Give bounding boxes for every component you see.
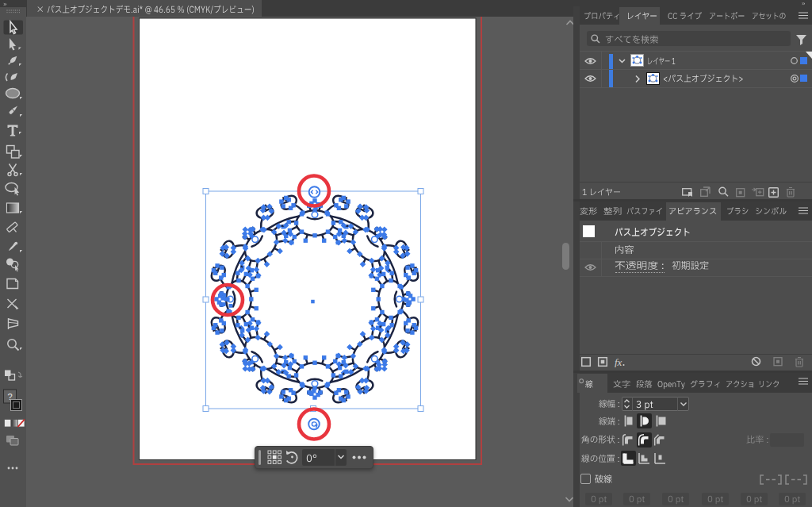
svg-text:fx: fx [615, 356, 622, 367]
